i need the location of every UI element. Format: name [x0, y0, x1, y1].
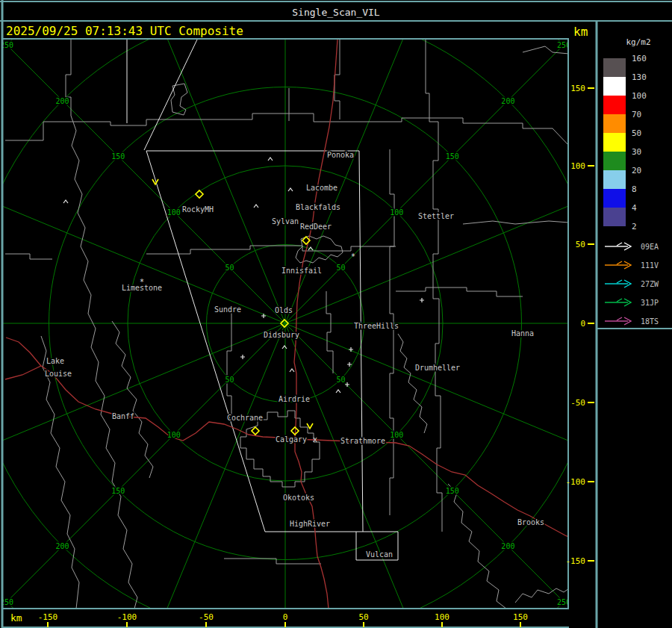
county-boundary	[5, 114, 569, 146]
ring-distance-label: 50	[225, 264, 234, 272]
radial-line	[0, 323, 285, 479]
site-id-label: 27ZW	[641, 280, 659, 288]
site-id-label: 18TS	[641, 317, 659, 326]
legend-scale-value: 8	[632, 184, 637, 194]
town-caret-marker	[290, 369, 294, 372]
legend-scale-value: 100	[632, 91, 647, 101]
bottom-axis-tick-label: 150	[513, 612, 528, 622]
ring-distance-label: 150	[446, 152, 459, 161]
town-plus-marker	[347, 362, 352, 367]
city-label: Lake	[46, 357, 64, 365]
ring-distance-label: 200	[501, 542, 514, 550]
ring-distance-label: 100	[167, 431, 181, 439]
legend-panel: 1601301007050302084209EA111V27ZW31JP18TS	[603, 54, 659, 326]
city-label: Airdrie	[279, 395, 310, 403]
highway-line	[6, 338, 41, 366]
radial-line	[0, 167, 285, 323]
city-label: Vulcan	[366, 550, 393, 559]
county-boundary	[240, 411, 320, 487]
frame-lines	[0, 0, 672, 628]
ring-distance-label: 50	[225, 376, 234, 384]
bottom-axis-tick-label: -50	[199, 612, 214, 622]
bottom-axis-tick-label: 50	[358, 612, 368, 622]
town-caret-marker	[268, 158, 273, 161]
town-caret-marker	[288, 188, 293, 191]
ring-distance-label: 200	[56, 97, 69, 105]
town-plus-marker	[240, 355, 245, 359]
county-boundary	[5, 254, 52, 259]
town-plus-marker	[261, 314, 266, 318]
town-caret-marker	[63, 200, 68, 203]
town-caret-marker	[254, 205, 258, 208]
bottom-axis-tick-label: 0	[283, 612, 288, 622]
bottom-axis-unit: km	[10, 612, 22, 624]
site-arrow-hook	[617, 280, 622, 283]
legend-scale-value: 20	[632, 166, 641, 175]
ring-distance-label: 150	[111, 487, 125, 495]
city-label: Okotoks	[283, 494, 314, 502]
right-axis-tick-label: -50	[570, 398, 585, 408]
bottom-axis: -150-100-50050100150	[38, 612, 528, 627]
right-axis-tick-label: -100	[566, 477, 586, 487]
site-arrow-hook	[617, 261, 622, 264]
radar-site-diamond	[252, 427, 259, 435]
radial-line	[129, 323, 285, 628]
city-label: Innisfail	[281, 267, 322, 275]
map-layer[interactable]: 5050505010010010010015015015015020020020…	[0, 0, 672, 628]
county-boundary	[326, 291, 333, 373]
city-label: Sylvan	[272, 217, 299, 226]
city-label: RedDeer	[300, 223, 332, 231]
city-label: Louise	[45, 370, 72, 378]
ring-distance-label: 150	[446, 487, 459, 495]
legend-swatch	[603, 77, 626, 96]
site-arrow-hook	[617, 299, 622, 302]
scan-sector-outline	[144, 40, 197, 150]
legend-scale-value: 130	[632, 72, 647, 82]
right-axis: 150100500-50-100-150	[566, 84, 595, 566]
site-id-label: 111V	[641, 261, 659, 270]
window-title: Single_Scan_VIL	[292, 7, 380, 18]
range-ring	[0, 0, 672, 628]
radial-line	[285, 323, 662, 479]
highway-line	[5, 366, 569, 537]
city-label: ThreeHills	[354, 322, 399, 330]
city-label: Stettler	[418, 212, 454, 220]
town-plus-marker	[420, 298, 424, 302]
ring-distance-label: 50	[337, 264, 346, 272]
county-boundary	[390, 149, 394, 515]
right-axis-tick-label: 0	[580, 319, 585, 329]
radial-line	[129, 0, 285, 323]
bottom-axis-tick-label: 100	[435, 612, 449, 622]
right-axis-unit: km	[573, 25, 588, 39]
city-label: Didsbury	[264, 331, 299, 339]
radial-line	[285, 0, 441, 323]
legend-scale-value: 50	[632, 128, 641, 138]
legend-scale-value: 4	[632, 203, 637, 213]
x-marker: x	[313, 435, 317, 444]
radial-line	[285, 36, 573, 323]
bottom-axis-tick-label: -100	[117, 612, 137, 622]
city-label: Blackfalds	[296, 203, 340, 211]
legend-swatch	[603, 58, 626, 77]
city-label: Brooks	[517, 518, 544, 526]
legend-swatch	[603, 114, 626, 133]
legend-scale-value: 160	[632, 54, 647, 63]
city-label: Olds	[275, 306, 293, 314]
radar-viewport[interactable]: 5050505010010010010015015015015020020020…	[0, 0, 672, 628]
legend-scale-value: 30	[632, 147, 641, 157]
city-label: Drumheller	[415, 364, 460, 372]
county-boundary	[398, 334, 427, 433]
legend-swatch	[603, 208, 626, 226]
right-axis-tick-label: -150	[566, 556, 586, 566]
bottom-axis-tick-label: -150	[38, 612, 58, 622]
city-label: Cochrane	[227, 414, 263, 422]
town-plus-marker	[345, 382, 349, 387]
legend-unit-label: kg/m2	[626, 37, 650, 47]
town-caret-marker	[282, 346, 287, 349]
timestamp-label: 2025/09/25 07:13:43 UTC Composite	[6, 24, 243, 38]
ring-distance-label: 200	[501, 97, 514, 105]
legend-scale-value: 70	[632, 110, 641, 119]
city-label: Lacombe	[306, 184, 337, 192]
ring-distance-label: 50	[337, 376, 346, 384]
city-label: Calgary	[276, 435, 307, 444]
